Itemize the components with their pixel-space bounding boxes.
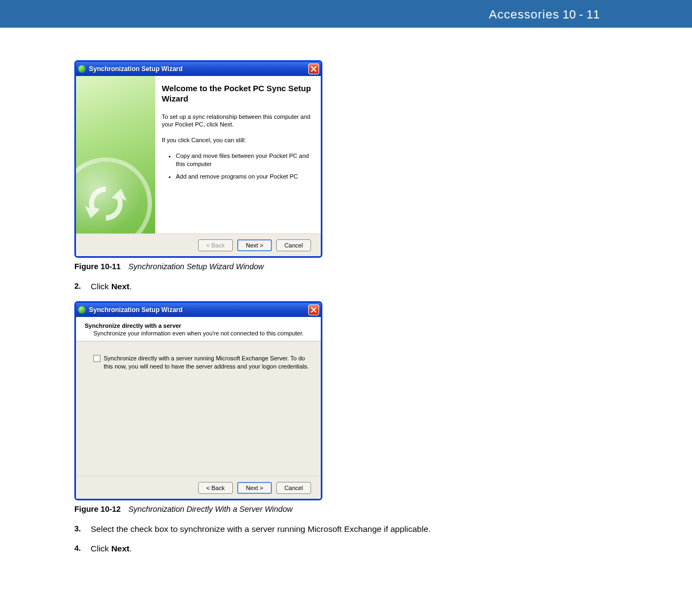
- wizard-step-content: Synchronize directly with a server runni…: [76, 341, 321, 476]
- close-icon: [311, 307, 316, 313]
- step-number: 3.: [74, 524, 91, 534]
- wizard-cancel-note: If you click Cancel, you can still:: [162, 136, 311, 144]
- sync-server-checkbox[interactable]: [93, 355, 100, 362]
- wizard-step-header: Synchronize directly with a server Synch…: [76, 317, 321, 341]
- dialog-body: Synchronize directly with a server Synch…: [76, 317, 321, 476]
- step-4: 4. Click Next.: [74, 544, 516, 554]
- dialog-body: Welcome to the Pocket PC Sync Setup Wiza…: [76, 76, 321, 233]
- list-item: Add and remove programs on your Pocket P…: [176, 173, 311, 181]
- wizard-welcome-panel: Welcome to the Pocket PC Sync Setup Wiza…: [155, 76, 321, 233]
- step-text: Click Next.: [91, 282, 516, 291]
- step-text: Click Next.: [91, 544, 516, 554]
- activesync-icon: [78, 306, 86, 314]
- wizard-cancel-list: Copy and move files between your Pocket …: [162, 152, 311, 181]
- close-button[interactable]: [308, 63, 319, 74]
- titlebar: Synchronization Setup Wizard: [76, 303, 321, 317]
- step-2: 2. Click Next.: [74, 282, 516, 291]
- step-text-bold: Next: [111, 282, 130, 291]
- button-bar: < Back Next > Cancel: [76, 476, 321, 499]
- wizard-step-heading: Synchronize directly with a server: [85, 322, 312, 329]
- step-text-bold: Next: [111, 544, 130, 553]
- figure-number: Figure 10-12: [74, 505, 120, 513]
- titlebar-title: Synchronization Setup Wizard: [89, 65, 183, 73]
- step-number: 4.: [74, 544, 91, 554]
- back-button[interactable]: < Back: [198, 239, 233, 251]
- step-number: 2.: [74, 282, 91, 291]
- wizard-step-subtitle: Synchronize your information even when y…: [85, 330, 312, 336]
- close-icon: [311, 66, 316, 72]
- figure-caption-2: Figure 10-12 Synchronization Directly Wi…: [74, 505, 516, 513]
- sync-server-checkbox-row: Synchronize directly with a server runni…: [93, 354, 310, 371]
- back-button[interactable]: < Back: [198, 482, 233, 494]
- figure-caption-1: Figure 10-11 Synchronization Setup Wizar…: [74, 262, 516, 271]
- sync-wizard-dialog-2: Synchronization Setup Wizard Synchronize…: [74, 301, 322, 500]
- activesync-icon: [78, 65, 86, 73]
- header-page: 10 - 11: [563, 8, 600, 21]
- step-text-post: .: [130, 544, 132, 553]
- cancel-button[interactable]: Cancel: [276, 239, 311, 251]
- button-bar: < Back Next > Cancel: [76, 233, 321, 256]
- step-text: Select the check box to synchronize with…: [91, 524, 516, 534]
- step-text-pre: Click: [91, 544, 111, 553]
- step-text-pre: Click: [91, 282, 111, 291]
- step-3: 3. Select the check box to synchronize w…: [74, 524, 516, 534]
- list-item: Copy and move files between your Pocket …: [176, 152, 311, 168]
- sync-arrows-icon: [76, 157, 152, 233]
- cancel-button[interactable]: Cancel: [276, 482, 311, 494]
- page-header-text: Accessories 10 - 11: [489, 8, 600, 22]
- titlebar-title: Synchronization Setup Wizard: [89, 306, 183, 314]
- figure-number: Figure 10-11: [74, 262, 120, 271]
- titlebar: Synchronization Setup Wizard: [76, 62, 321, 76]
- next-button[interactable]: Next >: [237, 239, 272, 251]
- wizard-side-graphic: [76, 76, 155, 233]
- wizard-heading: Welcome to the Pocket PC Sync Setup Wiza…: [162, 84, 311, 104]
- wizard-intro-text: To set up a sync relationship between th…: [162, 113, 311, 129]
- figure-title: Synchronization Setup Wizard Window: [128, 262, 264, 271]
- next-button[interactable]: Next >: [237, 482, 272, 494]
- sync-wizard-dialog-1: Synchronization Setup Wizard Welcome to …: [74, 60, 322, 258]
- figure-title: Synchronization Directly With a Server W…: [128, 505, 293, 513]
- header-section: Accessories: [489, 8, 560, 21]
- close-button[interactable]: [308, 304, 319, 315]
- step-text-post: .: [130, 282, 132, 291]
- sync-server-checkbox-label: Synchronize directly with a server runni…: [104, 354, 310, 371]
- page-header: Accessories 10 - 11: [0, 0, 692, 28]
